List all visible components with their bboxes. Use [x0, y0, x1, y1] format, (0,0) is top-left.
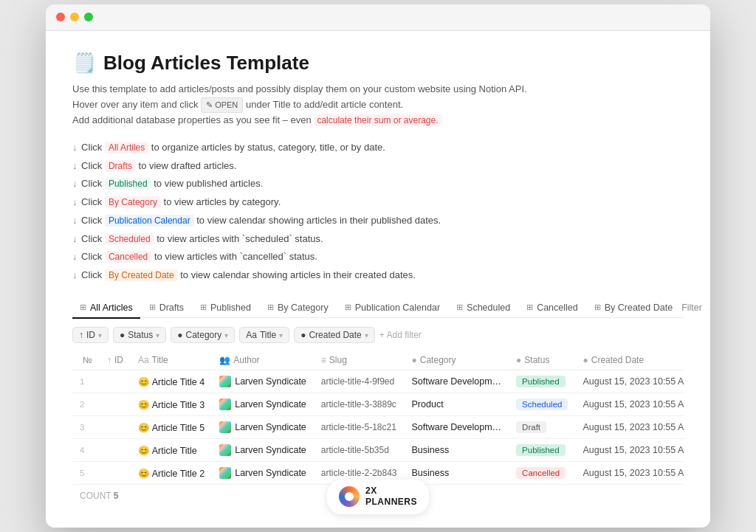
- col-author[interactable]: 👥Author: [212, 350, 314, 370]
- status-badge: Scheduled: [516, 398, 568, 410]
- tag-by-created-date[interactable]: By Created Date: [105, 269, 178, 281]
- col-category[interactable]: ●Category: [405, 350, 509, 370]
- tab-by-created-date[interactable]: ⊞ By Created Date: [587, 298, 680, 319]
- filter-created-date[interactable]: ● Created Date ▾: [294, 327, 375, 343]
- tab-drafts[interactable]: ⊞ Drafts: [142, 298, 191, 319]
- cell-title[interactable]: 😊 Article Title 5: [131, 416, 212, 439]
- title-emoji: 😊: [138, 423, 150, 433]
- title-emoji: 😊: [138, 469, 150, 479]
- arrow-icon: ↓: [72, 233, 78, 244]
- count-value: 5: [114, 491, 119, 501]
- circle-icon: ●: [177, 330, 182, 340]
- traffic-lights: [56, 13, 93, 21]
- close-button[interactable]: [56, 13, 65, 21]
- calc-link[interactable]: calculate their sum or average.: [314, 114, 441, 126]
- add-filter-button[interactable]: + Add filter: [379, 330, 422, 340]
- status-badge: Cancelled: [516, 467, 566, 479]
- filter-id[interactable]: ↑ ID ▾: [72, 327, 109, 343]
- filter-status[interactable]: ● Status ▾: [113, 327, 166, 343]
- sort-button[interactable]: Sort: [709, 303, 710, 313]
- filter-button[interactable]: Filter: [681, 303, 702, 313]
- desc-line3: Add additional database properties as yo…: [72, 113, 684, 128]
- cell-id: [100, 393, 131, 416]
- table-row[interactable]: 4 😊 Article Title Larven Syndicate artic…: [72, 439, 684, 462]
- instructions-list: ↓ Click All Artiles to organize articles…: [72, 139, 684, 285]
- author-name: Larven Syndicate: [235, 422, 306, 432]
- cell-num: 5: [72, 462, 100, 485]
- cell-created-date: August 15, 2023 10:55 AM: [575, 416, 684, 439]
- table-row[interactable]: 3 😊 Article Title 5 Larven Syndicate art…: [72, 416, 684, 439]
- col-title[interactable]: AaTitle: [131, 350, 212, 370]
- minimize-button[interactable]: [70, 13, 79, 21]
- cell-category: Business: [405, 439, 509, 462]
- filter-category[interactable]: ● Category ▾: [171, 327, 235, 343]
- cell-created-date: August 15, 2023 10:55 AM: [575, 370, 684, 393]
- status-badge: Published: [516, 444, 566, 456]
- col-slug[interactable]: ≡Slug: [314, 350, 405, 370]
- arrow-icon: ↓: [72, 215, 78, 226]
- table-icon: ⊞: [345, 303, 351, 312]
- cell-title[interactable]: 😊 Article Title 4: [131, 370, 212, 393]
- author-name: Larven Syndicate: [235, 376, 306, 387]
- table-icon: ⊞: [526, 303, 533, 312]
- brand-line1: 2X: [365, 486, 417, 497]
- tab-published[interactable]: ⊞ Published: [193, 298, 258, 319]
- arrow-icon: ↓: [72, 178, 78, 189]
- col-status[interactable]: ●Status: [509, 350, 575, 370]
- cell-title[interactable]: 😊 Article Title 2: [131, 462, 212, 485]
- tabs-bar: ⊞ All Articles ⊞ Drafts ⊞ Published ⊞ By…: [72, 298, 684, 319]
- filter-title[interactable]: Aa Title ▾: [239, 327, 289, 343]
- table-icon: ⊞: [80, 303, 86, 312]
- tab-by-category[interactable]: ⊞ By Category: [260, 298, 336, 319]
- chevron-down-icon: ▾: [279, 331, 283, 339]
- col-num: №: [72, 350, 100, 370]
- cell-category: Software Developm…: [405, 370, 509, 393]
- col-id[interactable]: ↑ID: [100, 350, 131, 370]
- cell-title[interactable]: 😊 Article Title: [131, 439, 212, 462]
- tag-by-category[interactable]: By Category: [105, 196, 161, 208]
- tab-scheduled[interactable]: ⊞ Scheduled: [449, 298, 518, 319]
- brand-name: 2X PLANNERS: [365, 486, 417, 508]
- tag-all-articles[interactable]: All Artiles: [105, 142, 148, 153]
- col-created-date[interactable]: ●Created Date: [575, 350, 684, 370]
- cell-created-date: August 15, 2023 10:55 AM: [575, 439, 684, 462]
- cell-slug: article-title-5b35d: [314, 439, 405, 462]
- tab-all-articles[interactable]: ⊞ All Articles: [72, 298, 140, 319]
- tab-cancelled[interactable]: ⊞ Cancelled: [519, 298, 585, 319]
- author-icon: [219, 376, 231, 387]
- cell-num: 3: [72, 416, 100, 439]
- brand-logo-inner: [345, 492, 354, 501]
- table-row[interactable]: 1 😊 Article Title 4 Larven Syndicate art…: [72, 370, 684, 393]
- brand-logo: [339, 486, 360, 507]
- tag-drafts[interactable]: Drafts: [105, 160, 136, 172]
- inst-4: ↓ Click By Category to view articles by …: [72, 193, 684, 212]
- desc-line2: Hover over any item and click ✎ OPEN und…: [72, 97, 684, 114]
- page-title-text: Blog Articles Template: [103, 52, 309, 75]
- cell-num: 1: [72, 370, 100, 393]
- desc-line1: Use this template to add articles/posts …: [72, 82, 684, 97]
- tab-publication-calendar[interactable]: ⊞ Publication Calendar: [337, 298, 447, 319]
- tag-scheduled[interactable]: Scheduled: [105, 233, 154, 245]
- chevron-down-icon: ▾: [365, 331, 368, 339]
- status-badge: Draft: [516, 421, 546, 433]
- cell-created-date: August 15, 2023 10:55 AM: [575, 462, 684, 485]
- page-title: 🗒️ Blog Articles Template: [72, 52, 684, 75]
- author-icon: [219, 398, 231, 410]
- tag-published[interactable]: Published: [105, 178, 151, 190]
- table-icon: ⊞: [267, 303, 274, 312]
- table-icon: ⊞: [594, 303, 601, 312]
- maximize-button[interactable]: [84, 13, 93, 21]
- inst-7: ↓ Click Cancelled to view articles with …: [72, 248, 684, 266]
- tag-pub-calendar[interactable]: Publication Calendar: [105, 215, 194, 227]
- cell-author: Larven Syndicate: [212, 439, 314, 462]
- inst-6: ↓ Click Scheduled to view articles with …: [72, 230, 684, 249]
- cell-title[interactable]: 😊 Article Title 3: [131, 393, 212, 416]
- inst-5: ↓ Click Publication Calendar to view cal…: [72, 212, 684, 230]
- table-row[interactable]: 2 😊 Article Title 3 Larven Syndicate art…: [72, 393, 684, 416]
- tag-cancelled[interactable]: Cancelled: [105, 251, 151, 263]
- filter-row: ↑ ID ▾ ● Status ▾ ● Category ▾ Aa Title …: [72, 327, 684, 343]
- arrow-icon: ↓: [72, 251, 78, 262]
- arrow-icon: ↓: [72, 160, 78, 171]
- chevron-down-icon: ▾: [98, 331, 102, 339]
- cell-num: 2: [72, 393, 100, 416]
